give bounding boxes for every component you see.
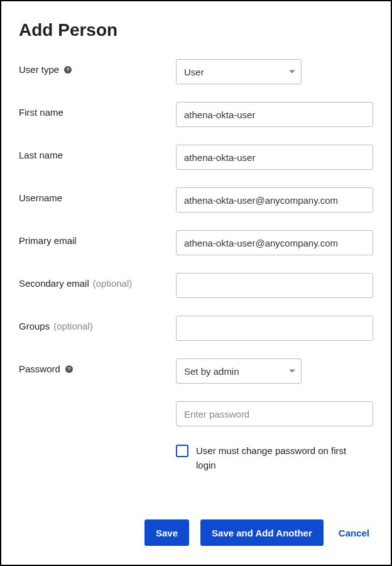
add-person-dialog: Add Person User type ? User First name L… xyxy=(0,0,392,566)
control-groups xyxy=(176,316,373,341)
label-groups-text: Groups xyxy=(19,321,50,331)
password-mode-select[interactable]: Set by admin xyxy=(176,358,302,384)
label-secondary-email: Secondary email (optional) xyxy=(19,273,176,289)
label-username: Username xyxy=(19,187,176,203)
label-first-name: First name xyxy=(19,102,176,118)
save-add-another-button[interactable]: Save and Add Another xyxy=(200,519,324,546)
label-user-type-text: User type xyxy=(19,64,59,75)
row-groups: Groups (optional) xyxy=(19,316,373,341)
change-password-checkbox[interactable] xyxy=(176,445,188,457)
secondary-email-input[interactable] xyxy=(176,273,373,298)
label-password: Password ? xyxy=(19,358,176,374)
change-password-label: User must change password on first login xyxy=(196,444,373,472)
control-password-mode: Set by admin xyxy=(176,358,373,384)
save-button[interactable]: Save xyxy=(144,519,189,546)
cancel-button[interactable]: Cancel xyxy=(335,519,373,546)
username-input[interactable] xyxy=(176,187,373,213)
control-username xyxy=(176,187,373,213)
row-password: Password ? Set by admin xyxy=(19,358,373,384)
row-change-password: User must change password on first login xyxy=(19,444,373,472)
label-user-type: User type ? xyxy=(19,59,176,75)
help-icon[interactable]: ? xyxy=(64,66,72,74)
label-groups: Groups (optional) xyxy=(19,316,176,331)
label-last-name: Last name xyxy=(19,145,176,160)
control-first-name xyxy=(176,102,373,127)
user-type-select[interactable]: User xyxy=(176,59,302,84)
primary-email-input[interactable] xyxy=(176,230,373,255)
optional-hint: (optional) xyxy=(53,321,93,331)
control-last-name xyxy=(176,145,373,170)
optional-hint: (optional) xyxy=(93,278,133,289)
row-password-input xyxy=(19,401,373,426)
change-password-checkbox-row: User must change password on first login xyxy=(176,444,373,472)
control-primary-email xyxy=(176,230,373,255)
row-primary-email: Primary email xyxy=(19,230,373,255)
password-input[interactable] xyxy=(176,401,373,426)
user-type-select-value: User xyxy=(176,59,302,84)
groups-input[interactable] xyxy=(176,316,373,341)
row-secondary-email: Secondary email (optional) xyxy=(19,273,373,298)
button-bar: Save Save and Add Another Cancel xyxy=(1,519,391,546)
label-password-text: Password xyxy=(19,363,60,374)
row-user-type: User type ? User xyxy=(19,59,373,84)
label-primary-email: Primary email xyxy=(19,230,176,246)
page-title: Add Person xyxy=(19,20,373,40)
control-secondary-email xyxy=(176,273,373,298)
first-name-input[interactable] xyxy=(176,102,373,127)
row-username: Username xyxy=(19,187,373,213)
last-name-input[interactable] xyxy=(176,145,373,170)
help-icon[interactable]: ? xyxy=(65,365,73,373)
control-user-type: User xyxy=(176,59,373,84)
control-password-input xyxy=(176,401,373,426)
password-mode-value: Set by admin xyxy=(176,358,302,384)
label-secondary-email-text: Secondary email xyxy=(19,278,89,289)
row-first-name: First name xyxy=(19,102,373,127)
control-change-password: User must change password on first login xyxy=(176,444,373,472)
row-last-name: Last name xyxy=(19,145,373,170)
